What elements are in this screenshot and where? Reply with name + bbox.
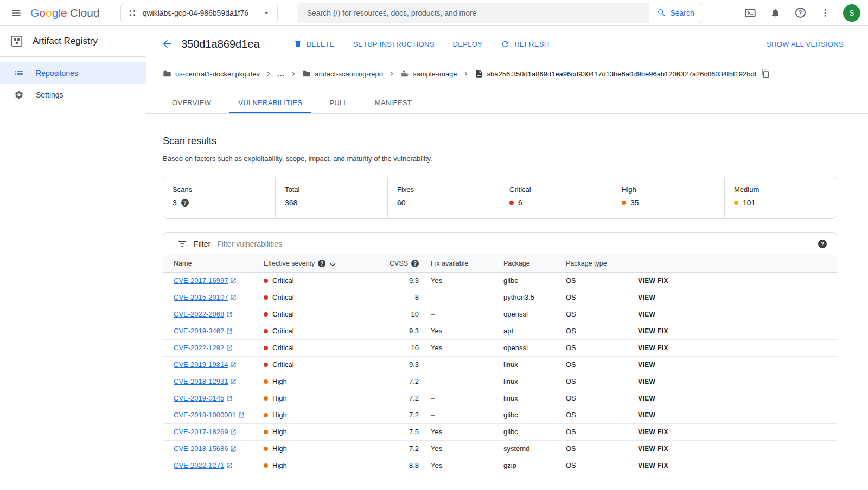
cve-link[interactable]: CVE-2019-0145 (174, 394, 233, 402)
cloud-shell-button[interactable] (740, 3, 761, 23)
package-cell: openssl (503, 306, 566, 323)
table-row: CVE-2019-0145High7.2–linuxOSVIEW (163, 390, 837, 407)
document-icon (475, 69, 483, 78)
breadcrumb-repository[interactable]: artifact-scanning-repo (302, 69, 383, 78)
cve-link[interactable]: CVE-2018-12931 (174, 377, 237, 385)
breadcrumb-digest-label: sha256:350d1a869d1ea96cd930417d13be6a0d9… (487, 70, 757, 78)
tab-overview[interactable]: OVERVIEW (158, 92, 225, 113)
view-fix-button[interactable]: VIEW FIX (638, 277, 668, 285)
severity-dot (264, 363, 268, 367)
more-options-button[interactable] (815, 3, 835, 23)
breadcrumb-image[interactable]: sample-image (400, 69, 457, 78)
severity-dot (264, 346, 268, 350)
view-fix-button[interactable]: VIEW FIX (638, 462, 668, 469)
cve-link[interactable]: CVE-2015-20107 (174, 293, 237, 301)
search-input[interactable] (297, 3, 649, 23)
search-button[interactable]: Search (649, 3, 703, 23)
google-cloud-logo: Google Cloud (30, 7, 100, 20)
delete-button[interactable]: DELETE (293, 40, 335, 48)
cvss-help-icon[interactable]: ? (411, 260, 419, 267)
severity-dot (264, 295, 268, 300)
cve-link[interactable]: CVE-2017-16997 (174, 276, 237, 285)
sidebar-item-settings[interactable]: Settings (0, 84, 146, 106)
table-row: CVE-2017-16997Critical9.3YesglibcOSVIEW … (163, 272, 837, 289)
view-fix-button[interactable]: VIEW (638, 361, 655, 369)
view-fix-button[interactable]: VIEW (638, 311, 655, 318)
menu-button[interactable] (3, 0, 29, 26)
breadcrumb-collapsed-button[interactable]: ... (277, 70, 285, 78)
deploy-button[interactable]: DEPLOY (453, 40, 483, 48)
external-link-icon (230, 429, 237, 435)
column-header-cvss[interactable]: CVSS ? (350, 255, 431, 272)
package-type-cell: OS (566, 339, 638, 356)
fix-available-cell: – (431, 390, 503, 407)
view-fix-button[interactable]: VIEW (638, 411, 655, 419)
cve-link[interactable]: CVE-2018-15686 (174, 444, 237, 453)
column-header-name[interactable]: Name (163, 255, 264, 272)
package-type-cell: OS (566, 306, 638, 323)
chevron-down-icon (262, 9, 271, 17)
fix-available-cell: Yes (431, 323, 503, 339)
view-fix-button[interactable]: VIEW FIX (638, 428, 668, 436)
cve-link[interactable]: CVE-2018-1000001 (174, 411, 245, 419)
notifications-button[interactable] (765, 3, 786, 23)
cve-link[interactable]: CVE-2019-19814 (174, 360, 237, 369)
cve-cell: CVE-2022-1271 (163, 457, 264, 474)
project-selector[interactable]: qwiklabs-gcp-04-986b59da1f76 (120, 4, 278, 22)
view-fix-button[interactable]: VIEW (638, 294, 655, 301)
external-link-icon (230, 278, 237, 284)
column-header-actions (638, 255, 837, 272)
severity-cell: Critical (264, 356, 350, 373)
severity-cell: Critical (264, 323, 350, 339)
column-header-fix-available[interactable]: Fix available (431, 255, 503, 272)
copy-digest-button[interactable] (761, 69, 770, 78)
help-icon[interactable]: ? (181, 199, 189, 207)
action-cell: VIEW (638, 390, 837, 407)
breadcrumb-repository-label: artifact-scanning-repo (315, 70, 383, 78)
fix-available-cell: – (431, 407, 503, 423)
view-fix-button[interactable]: VIEW (638, 395, 655, 402)
package-type-cell: OS (566, 289, 638, 306)
severity-help-icon[interactable]: ? (318, 260, 326, 267)
back-button[interactable] (156, 33, 178, 55)
show-all-versions-button[interactable]: SHOW ALL VERSIONS (767, 40, 844, 48)
account-avatar[interactable]: S (843, 4, 860, 22)
help-button[interactable]: ? (790, 3, 810, 23)
column-header-package-type[interactable]: Package type (566, 255, 638, 272)
view-fix-button[interactable]: VIEW (638, 378, 655, 385)
setup-instructions-button[interactable]: SETUP INSTRUCTIONS (353, 40, 435, 48)
sidebar-item-label: Repositories (36, 69, 78, 78)
cve-link[interactable]: CVE-2022-1292 (174, 344, 233, 352)
cve-cell: CVE-2018-12931 (163, 373, 264, 390)
tab-vulnerabilities[interactable]: VULNERABILITIES (225, 92, 316, 113)
severity-label: Critical (272, 293, 294, 301)
fix-available-cell: – (431, 373, 503, 390)
sort-descending-icon[interactable] (329, 260, 337, 268)
view-fix-button[interactable]: VIEW FIX (638, 344, 668, 352)
view-fix-button[interactable]: VIEW FIX (638, 445, 668, 453)
tab-manifest[interactable]: MANIFEST (361, 92, 425, 113)
sidebar-item-repositories[interactable]: Repositories (0, 62, 146, 84)
cvss-cell: 7.2 (350, 440, 431, 457)
cve-link[interactable]: CVE-2022-2068 (174, 310, 233, 318)
stat-label: Critical (509, 185, 612, 194)
filter-icon (177, 239, 187, 249)
filter-input[interactable] (217, 240, 812, 248)
cve-link[interactable]: CVE-2022-1271 (174, 461, 233, 469)
delete-label: DELETE (307, 40, 335, 48)
tab-pull[interactable]: PULL (316, 92, 361, 113)
column-header-package[interactable]: Package (503, 255, 566, 272)
cve-link[interactable]: CVE-2017-18269 (174, 428, 237, 436)
package-cell: glibc (503, 423, 566, 440)
table-help-icon[interactable]: ? (818, 240, 827, 248)
view-fix-button[interactable]: VIEW FIX (638, 327, 668, 335)
cve-cell: CVE-2015-20107 (163, 289, 264, 306)
refresh-button[interactable]: REFRESH (501, 40, 549, 49)
package-cell: glibc (503, 407, 566, 423)
more-vert-icon (820, 8, 830, 18)
cve-link[interactable]: CVE-2019-3462 (174, 327, 233, 335)
column-header-severity[interactable]: Effective severity ? (264, 255, 350, 272)
table-row: CVE-2015-20107Critical8–python3.5OSVIEW (163, 289, 837, 306)
topbar: Google Cloud qwiklabs-gcp-04-986b59da1f7… (0, 0, 868, 26)
breadcrumb-registry[interactable]: us-central1-docker.pkg.dev (163, 69, 260, 78)
